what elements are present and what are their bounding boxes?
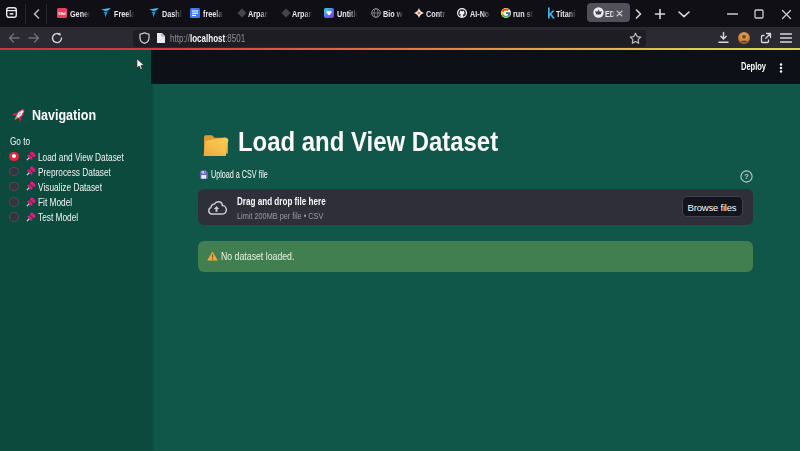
- svg-text:?: ?: [744, 172, 749, 181]
- svg-text:99d: 99d: [58, 11, 66, 16]
